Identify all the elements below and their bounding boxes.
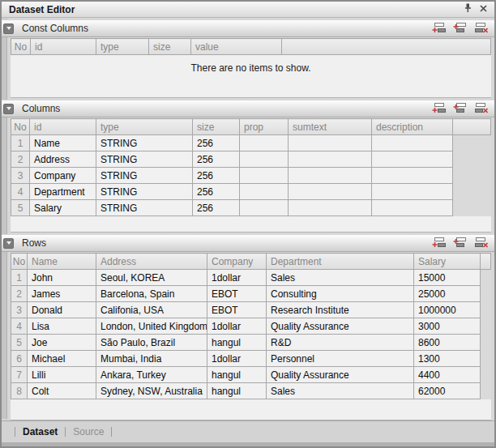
collapse-const-columns-button[interactable]	[3, 23, 14, 34]
cell[interactable]: hangul	[207, 367, 267, 383]
insert-row-button[interactable]	[452, 237, 468, 250]
cell[interactable]: Donald	[28, 302, 96, 318]
cell[interactable]: James	[28, 286, 96, 302]
delete-row-button[interactable]	[473, 237, 489, 250]
row-number[interactable]: 1	[11, 270, 28, 286]
cell[interactable]: Address	[30, 151, 96, 168]
row-number[interactable]: 2	[11, 286, 28, 302]
cell[interactable]	[372, 200, 453, 216]
cell[interactable]: 256	[193, 200, 240, 216]
cell[interactable]: 1dollar	[207, 270, 267, 286]
close-button[interactable]	[477, 3, 490, 15]
cell[interactable]: Califonia, USA	[96, 302, 207, 318]
cell[interactable]: 256	[193, 151, 240, 168]
cell[interactable]: Quality Assurance	[267, 318, 414, 335]
cell[interactable]: 1000000	[414, 302, 481, 318]
cell[interactable]	[372, 151, 453, 168]
column-header-type[interactable]: type	[96, 39, 149, 55]
add-row-button[interactable]	[431, 102, 447, 115]
cell[interactable]: R&D	[267, 335, 414, 351]
add-row-button[interactable]	[431, 22, 447, 35]
cell[interactable]: 25000	[414, 286, 481, 302]
column-header-size[interactable]: size	[193, 119, 240, 135]
cell[interactable]: John	[28, 270, 96, 286]
column-header-name[interactable]: Name	[28, 254, 96, 270]
row-number[interactable]: 3	[11, 168, 30, 184]
cell[interactable]: Barcelona, Spain	[96, 286, 207, 302]
collapse-rows-button[interactable]	[3, 238, 14, 249]
cell[interactable]: hangul	[207, 383, 267, 399]
cell[interactable]: 256	[193, 168, 240, 184]
cell[interactable]: 62000	[414, 383, 481, 399]
column-header-value[interactable]: value	[191, 39, 282, 55]
cell[interactable]: 8600	[414, 335, 481, 351]
cell[interactable]: Department	[30, 184, 96, 200]
tab-source[interactable]: Source	[73, 426, 104, 437]
column-header-id[interactable]: id	[31, 39, 96, 55]
cell[interactable]	[372, 135, 453, 151]
cell[interactable]: Quality Assurance	[267, 367, 414, 383]
column-header-type[interactable]: type	[96, 119, 193, 135]
cell[interactable]: Lisa	[28, 318, 96, 335]
cell[interactable]: 1dollar	[207, 318, 267, 335]
tab-dataset[interactable]: Dataset	[23, 426, 58, 437]
row-number[interactable]: 2	[11, 151, 30, 168]
cell[interactable]	[289, 200, 372, 216]
cell[interactable]	[289, 168, 372, 184]
delete-row-button[interactable]	[473, 22, 489, 35]
cell[interactable]	[240, 184, 289, 200]
column-header-sumtext[interactable]: sumtext	[289, 119, 372, 135]
cell[interactable]: 1dollar	[207, 351, 267, 367]
cell[interactable]: STRING	[96, 135, 193, 151]
cell[interactable]: 4400	[414, 367, 481, 383]
cell[interactable]: Personnel	[267, 351, 414, 367]
row-number[interactable]: 3	[11, 302, 28, 318]
cell[interactable]: Ankara, Turkey	[96, 367, 207, 383]
insert-row-button[interactable]	[452, 22, 468, 35]
cell[interactable]: Colt	[28, 383, 96, 399]
cell[interactable]: Research Institute	[267, 302, 414, 318]
cell[interactable]: hangul	[207, 335, 267, 351]
cell[interactable]: EBOT	[207, 286, 267, 302]
cell[interactable]	[240, 168, 289, 184]
column-header-salary[interactable]: Salary	[414, 254, 481, 270]
row-number[interactable]: 6	[11, 351, 28, 367]
column-header-company[interactable]: Company	[207, 254, 267, 270]
cell[interactable]	[372, 184, 453, 200]
delete-row-button[interactable]	[473, 102, 489, 115]
insert-row-button[interactable]	[452, 102, 468, 115]
row-number[interactable]: 5	[11, 200, 30, 216]
cell[interactable]: 15000	[414, 270, 481, 286]
cell[interactable]: Lilli	[28, 367, 96, 383]
cell[interactable]	[240, 151, 289, 168]
column-header-no[interactable]: No	[11, 39, 31, 55]
cell[interactable]	[372, 168, 453, 184]
column-header-prop[interactable]: prop	[240, 119, 289, 135]
cell[interactable]	[240, 200, 289, 216]
cell[interactable]	[289, 151, 372, 168]
cell[interactable]: Michael	[28, 351, 96, 367]
cell[interactable]	[240, 135, 289, 151]
row-number[interactable]: 5	[11, 335, 28, 351]
cell[interactable]: Salary	[30, 200, 96, 216]
column-header-description[interactable]: description	[372, 119, 453, 135]
cell[interactable]: EBOT	[207, 302, 267, 318]
row-number[interactable]: 7	[11, 367, 28, 383]
cell[interactable]: Seoul, KOREA	[96, 270, 207, 286]
cell[interactable]: 256	[193, 135, 240, 151]
cell[interactable]: Joe	[28, 335, 96, 351]
column-header-address[interactable]: Address	[96, 254, 207, 270]
row-number[interactable]: 8	[11, 383, 28, 399]
cell[interactable]	[289, 135, 372, 151]
cell[interactable]: Sales	[267, 270, 414, 286]
cell[interactable]: 1300	[414, 351, 481, 367]
row-number[interactable]: 4	[11, 184, 30, 200]
column-header-size[interactable]: size	[149, 39, 191, 55]
cell[interactable]: Consulting	[267, 286, 414, 302]
add-row-button[interactable]	[431, 237, 447, 250]
column-header-id[interactable]: id	[30, 119, 96, 135]
cell[interactable]: Mumbai, India	[96, 351, 207, 367]
row-number[interactable]: 1	[11, 135, 30, 151]
cell[interactable]: London, United Kingdom	[96, 318, 207, 335]
cell[interactable]: STRING	[96, 184, 193, 200]
